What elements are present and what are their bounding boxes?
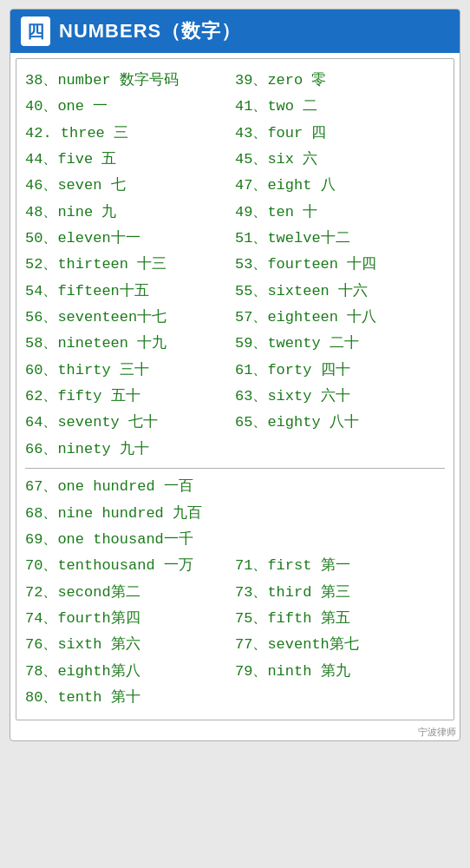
list-item: 51、twelve十二 <box>235 227 445 250</box>
table-row: 78、eighth第八79、ninth 第九 <box>25 659 445 685</box>
list-item: 61、forty 四十 <box>235 359 445 382</box>
table-row: 67、one hundred 一百 <box>25 474 445 500</box>
list-item: 38、number 数字号码 <box>25 69 235 92</box>
list-item: 54、fifteen十五 <box>25 280 235 303</box>
list-item: 39、zero 零 <box>235 69 445 92</box>
list-item: 74、fourth第四 <box>25 608 235 630</box>
list-item: 56、seventeen十七 <box>25 306 235 329</box>
table-row: 48、nine 九49、ten 十 <box>25 200 445 226</box>
list-item: 55、sixteen 十六 <box>235 280 445 303</box>
list-item: 44、five 五 <box>25 148 235 171</box>
list-item: 49、ten 十 <box>235 201 445 224</box>
section2-rows: 67、one hundred 一百68、nine hundred 九百69、on… <box>25 474 445 711</box>
table-row: 38、number 数字号码39、zero 零 <box>25 68 445 94</box>
table-row: 60、thirty 三十61、forty 四十 <box>25 358 445 384</box>
list-item: 72、second第二 <box>25 582 235 604</box>
table-row: 62、fifty 五十63、sixty 六十 <box>25 384 445 410</box>
list-item: 43、four 四 <box>235 122 445 145</box>
list-item: 66、ninety 九十 <box>25 438 235 461</box>
table-row: 76、sixth 第六77、seventh第七 <box>25 632 445 658</box>
list-item: 40、one 一 <box>25 95 235 118</box>
list-item: 63、sixty 六十 <box>235 385 445 408</box>
header-title: NUMBERS（数字） <box>59 18 241 44</box>
list-item: 48、nine 九 <box>25 201 235 224</box>
list-item <box>235 476 445 498</box>
list-item: 76、sixth 第六 <box>25 634 235 656</box>
list-item <box>235 687 445 709</box>
list-item <box>235 503 445 525</box>
table-row: 50、eleven十一51、twelve十二 <box>25 226 445 252</box>
list-item: 62、fifty 五十 <box>25 385 235 408</box>
section1: 38、number 数字号码39、zero 零40、one 一41、two 二4… <box>25 68 445 463</box>
main-card: 四 NUMBERS（数字） 38、number 数字号码39、zero 零40、… <box>10 9 460 741</box>
list-item: 70、tenthousand 一万 <box>25 555 235 577</box>
table-row: 42. three 三43、four 四 <box>25 121 445 147</box>
list-item: 53、fourteen 十四 <box>235 253 445 276</box>
section2: 67、one hundred 一百68、nine hundred 九百69、on… <box>25 474 445 711</box>
list-item: 67、one hundred 一百 <box>25 476 235 498</box>
table-row: 68、nine hundred 九百 <box>25 501 445 527</box>
table-row: 80、tenth 第十 <box>25 685 445 711</box>
table-row: 66、ninety 九十 <box>25 437 445 463</box>
list-item: 46、seven 七 <box>25 174 235 197</box>
table-row: 54、fifteen十五55、sixteen 十六 <box>25 279 445 305</box>
list-item: 52、thirteen 十三 <box>25 253 235 276</box>
list-item: 77、seventh第七 <box>235 634 445 656</box>
table-row: 40、one 一41、two 二 <box>25 94 445 120</box>
table-row: 46、seven 七47、eight 八 <box>25 173 445 199</box>
list-item <box>235 529 445 551</box>
list-item: 79、ninth 第九 <box>235 661 445 683</box>
list-item: 42. three 三 <box>25 122 235 145</box>
table-row: 44、five 五45、six 六 <box>25 147 445 173</box>
list-item: 59、twenty 二十 <box>235 332 445 355</box>
table-row: 64、seventy 七十65、eighty 八十 <box>25 410 445 436</box>
header-icon: 四 <box>21 16 50 46</box>
table-row: 58、nineteen 十九59、twenty 二十 <box>25 331 445 357</box>
list-item: 80、tenth 第十 <box>25 687 235 709</box>
table-row: 69、one thousand一千 <box>25 527 445 553</box>
section1-rows: 38、number 数字号码39、zero 零40、one 一41、two 二4… <box>25 68 445 463</box>
list-item: 60、thirty 三十 <box>25 359 235 382</box>
header: 四 NUMBERS（数字） <box>10 10 460 53</box>
table-row: 72、second第二73、third 第三 <box>25 580 445 606</box>
list-item: 64、seventy 七十 <box>25 411 235 434</box>
list-item: 45、six 六 <box>235 148 445 171</box>
list-item <box>235 438 445 461</box>
table-row: 70、tenthousand 一万71、first 第一 <box>25 553 445 579</box>
list-item: 73、third 第三 <box>235 582 445 604</box>
list-item: 65、eighty 八十 <box>235 411 445 434</box>
list-item: 69、one thousand一千 <box>25 529 235 551</box>
list-item: 47、eight 八 <box>235 174 445 197</box>
list-item: 75、fifth 第五 <box>235 608 445 630</box>
list-item: 78、eighth第八 <box>25 661 235 683</box>
table-row: 52、thirteen 十三53、fourteen 十四 <box>25 252 445 278</box>
table-row: 74、fourth第四75、fifth 第五 <box>25 606 445 632</box>
list-item: 50、eleven十一 <box>25 227 235 250</box>
list-item: 41、two 二 <box>235 95 445 118</box>
table-row: 56、seventeen十七57、eighteen 十八 <box>25 305 445 331</box>
list-item: 71、first 第一 <box>235 555 445 577</box>
list-item: 57、eighteen 十八 <box>235 306 445 329</box>
list-item: 68、nine hundred 九百 <box>25 503 235 525</box>
section-divider <box>25 468 445 469</box>
content-area: 38、number 数字号码39、zero 零40、one 一41、two 二4… <box>16 58 454 720</box>
watermark: 宁波律师 <box>10 726 460 740</box>
list-item: 58、nineteen 十九 <box>25 332 235 355</box>
